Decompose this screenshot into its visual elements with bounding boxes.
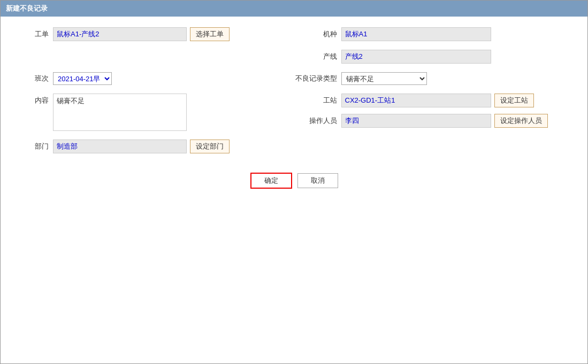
set-operator-button[interactable]: 设定操作人员 [494, 114, 548, 128]
department-value: 制造部 [53, 140, 187, 153]
operator-value: 李四 [341, 114, 491, 128]
footer-buttons: 确定 取消 [17, 162, 571, 205]
work-order-value: 鼠标A1-产线2 [53, 27, 187, 41]
production-line-label: 产线 [294, 52, 337, 61]
production-line-group: 产线 产线2 [294, 50, 572, 64]
production-line-value: 产线2 [341, 50, 491, 64]
window-title: 新建不良记录 [6, 4, 48, 13]
title-bar: 新建不良记录 [1, 1, 587, 17]
row-shift-defect: 班次 2021-04-21早 不良记录类型 锡膏不足 缺料 错料 偏移 短路 其… [17, 72, 571, 85]
defect-type-group: 不良记录类型 锡膏不足 缺料 错料 偏移 短路 其他 [294, 72, 572, 85]
cancel-button[interactable]: 取消 [297, 173, 338, 188]
row-production-line: 产线 产线2 [17, 50, 571, 64]
workstation-group: 工站 CX2-GD1-工站1 设定工站 [294, 94, 572, 107]
department-group: 部门 制造部 设定部门 [17, 140, 294, 153]
form-area: 工单 鼠标A1-产线2 选择工单 机种 鼠标A1 产线 产线2 [1, 17, 587, 363]
shift-label: 班次 [17, 74, 49, 83]
set-department-button[interactable]: 设定部门 [190, 140, 230, 153]
select-work-order-button[interactable]: 选择工单 [190, 27, 230, 41]
department-label: 部门 [17, 142, 49, 151]
operator-label: 操作人员 [294, 116, 337, 126]
shift-group: 班次 2021-04-21早 [17, 72, 294, 85]
machine-value: 鼠标A1 [341, 27, 491, 41]
workstation-value: CX2-GD1-工站1 [341, 94, 491, 107]
defect-type-select[interactable]: 锡膏不足 缺料 错料 偏移 短路 其他 [341, 72, 427, 85]
row-content-workstation: 内容 锡膏不足 工站 CX2-GD1-工站1 设定工站 操作人员 李四 [17, 94, 571, 131]
machine-group: 机种 鼠标A1 [294, 27, 572, 41]
row-work-order: 工单 鼠标A1-产线2 选择工单 机种 鼠标A1 [17, 27, 571, 41]
confirm-button[interactable]: 确定 [250, 173, 292, 189]
content-textarea[interactable]: 锡膏不足 [53, 94, 187, 131]
row-department: 部门 制造部 设定部门 [17, 140, 571, 153]
workstation-label: 工站 [294, 96, 337, 105]
right-station-operator: 工站 CX2-GD1-工站1 设定工站 操作人员 李四 设定操作人员 [294, 94, 572, 128]
shift-select[interactable]: 2021-04-21早 [53, 72, 112, 85]
set-workstation-button[interactable]: 设定工站 [494, 94, 534, 107]
content-label: 内容 [17, 96, 49, 105]
machine-label: 机种 [294, 29, 337, 39]
work-order-group: 工单 鼠标A1-产线2 选择工单 [17, 27, 294, 41]
operator-group: 操作人员 李四 设定操作人员 [294, 114, 572, 128]
content-group: 内容 锡膏不足 [17, 94, 294, 131]
work-order-label: 工单 [17, 29, 49, 39]
main-window: 新建不良记录 工单 鼠标A1-产线2 选择工单 机种 鼠标A1 [0, 0, 588, 364]
defect-type-label: 不良记录类型 [294, 74, 337, 83]
